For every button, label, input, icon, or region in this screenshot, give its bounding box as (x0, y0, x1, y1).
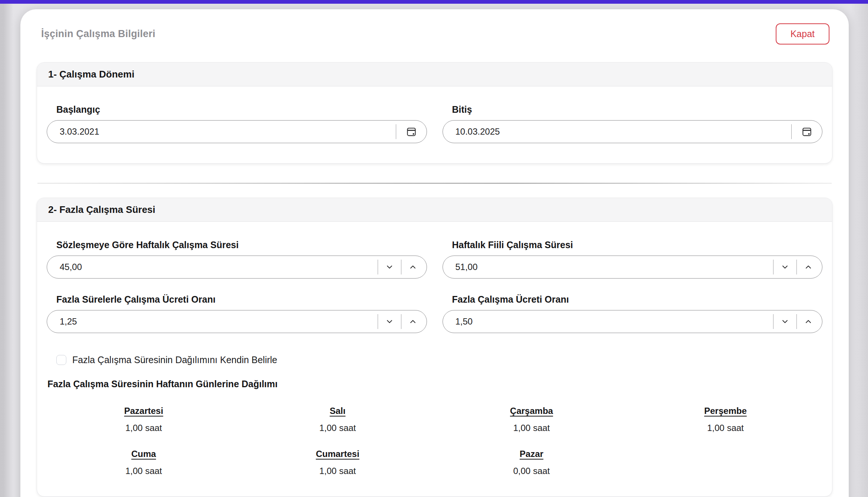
actual-weekly-hours-increment-button[interactable] (797, 256, 820, 278)
close-button[interactable]: Kapat (776, 23, 829, 45)
end-date-label: Bitiş (443, 104, 823, 115)
day-name: Cuma (47, 449, 241, 459)
start-date-input-wrapper (47, 120, 427, 143)
contract-weekly-hours-label: Sözleşmeye Göre Haftalık Çalışma Süresi (47, 240, 427, 250)
day-value: 1,00 saat (629, 423, 822, 433)
section1-title: 1- Çalışma Dönemi (37, 63, 832, 86)
section2-body: Sözleşmeye Göre Haftalık Çalışma Süresi (37, 222, 832, 496)
end-date-calendar-button[interactable] (792, 121, 822, 143)
overtime-rate-input[interactable] (443, 310, 773, 333)
chevron-down-icon (781, 263, 789, 271)
section2-title: 2- Fazla Çalışma Süresi (37, 198, 832, 222)
chevron-down-icon (385, 263, 394, 271)
extra-time-rate-increment-button[interactable] (401, 310, 424, 333)
self-distribution-checkbox-label: Fazla Çalışma Süresinin Dağılımını Kendi… (72, 355, 277, 365)
day-value: 1,00 saat (435, 423, 629, 433)
contract-weekly-hours-decrement-button[interactable] (378, 256, 401, 278)
actual-weekly-hours-decrement-button[interactable] (773, 256, 796, 278)
extra-time-rate-wrapper (47, 310, 427, 333)
day-cell-cuma: Cuma 1,00 saat (47, 449, 241, 476)
overtime-rate-label: Fazla Çalışma Ücreti Oranı (443, 294, 823, 305)
contract-weekly-hours-field: Sözleşmeye Göre Haftalık Çalışma Süresi (47, 240, 427, 279)
day-cell-sali: Salı 1,00 saat (241, 406, 434, 433)
section-calisma-donemi: 1- Çalışma Dönemi Başlangıç (37, 62, 832, 164)
contract-weekly-hours-input[interactable] (47, 256, 378, 278)
extra-time-rate-decrement-button[interactable] (378, 310, 401, 333)
actual-weekly-hours-wrapper (443, 256, 823, 279)
calendar-icon (405, 125, 418, 138)
day-name: Çarşamba (435, 406, 629, 416)
section-fazla-calisma-suresi: 2- Fazla Çalışma Süresi Sözleşmeye Göre … (37, 198, 832, 497)
chevron-down-icon (385, 317, 394, 326)
chevron-up-icon (409, 263, 417, 271)
chevron-up-icon (409, 317, 417, 326)
day-name: Cumartesi (241, 449, 434, 459)
actual-weekly-hours-label: Haftalık Fiili Çalışma Süresi (443, 240, 823, 250)
start-date-input[interactable] (47, 121, 396, 143)
day-name: Pazar (435, 449, 629, 459)
top-accent-bar (0, 0, 868, 4)
self-distribution-checkbox[interactable] (56, 355, 66, 365)
extra-time-rate-field: Fazla Sürelerle Çalışma Ücreti Oranı (47, 294, 427, 333)
chevron-up-icon (804, 317, 812, 326)
start-date-label: Başlangıç (47, 104, 427, 115)
overtime-rate-wrapper (443, 310, 823, 333)
day-value: 1,00 saat (47, 423, 241, 433)
days-grid: Pazartesi 1,00 saat Salı 1,00 saat Çarşa… (47, 406, 822, 476)
day-name: Salı (241, 406, 434, 416)
day-cell-persembe: Perşembe 1,00 saat (629, 406, 822, 433)
section-divider (37, 183, 832, 184)
day-cell-pazartesi: Pazartesi 1,00 saat (47, 406, 241, 433)
end-date-input-wrapper (443, 120, 823, 143)
day-cell-pazar: Pazar 0,00 saat (435, 449, 629, 476)
worker-info-modal: İşçinin Çalışma Bilgileri Kapat 1- Çalış… (20, 9, 849, 497)
self-distribution-checkbox-row: Fazla Çalışma Süresinin Dağılımını Kendi… (56, 355, 822, 365)
calendar-icon (801, 125, 813, 138)
page-title: İşçinin Çalışma Bilgileri (41, 28, 155, 40)
modal-header: İşçinin Çalışma Bilgileri Kapat (37, 20, 832, 45)
start-date-calendar-button[interactable] (396, 121, 427, 143)
chevron-up-icon (804, 263, 812, 271)
day-cell-cumartesi: Cumartesi 1,00 saat (241, 449, 434, 476)
day-value: 0,00 saat (435, 466, 629, 476)
distribution-title: Fazla Çalışma Süresinin Haftanın Günleri… (47, 379, 822, 389)
day-name: Perşembe (629, 406, 822, 416)
end-date-field: Bitiş (443, 104, 823, 143)
actual-weekly-hours-input[interactable] (443, 256, 773, 278)
extra-time-rate-input[interactable] (47, 310, 378, 333)
day-value: 1,00 saat (241, 466, 434, 476)
end-date-input[interactable] (443, 121, 792, 143)
actual-weekly-hours-field: Haftalık Fiili Çalışma Süresi (443, 240, 823, 279)
section1-body: Başlangıç (37, 86, 832, 163)
day-cell-carsamba: Çarşamba 1,00 saat (435, 406, 629, 433)
day-value: 1,00 saat (241, 423, 434, 433)
chevron-down-icon (781, 317, 789, 326)
day-name: Pazartesi (47, 406, 241, 416)
extra-time-rate-label: Fazla Sürelerle Çalışma Ücreti Oranı (47, 294, 427, 305)
overtime-rate-field: Fazla Çalışma Ücreti Oranı (443, 294, 823, 333)
contract-weekly-hours-wrapper (47, 256, 427, 279)
overtime-rate-decrement-button[interactable] (773, 310, 796, 333)
contract-weekly-hours-increment-button[interactable] (401, 256, 424, 278)
day-value: 1,00 saat (47, 466, 241, 476)
overtime-rate-increment-button[interactable] (797, 310, 820, 333)
start-date-field: Başlangıç (47, 104, 427, 143)
